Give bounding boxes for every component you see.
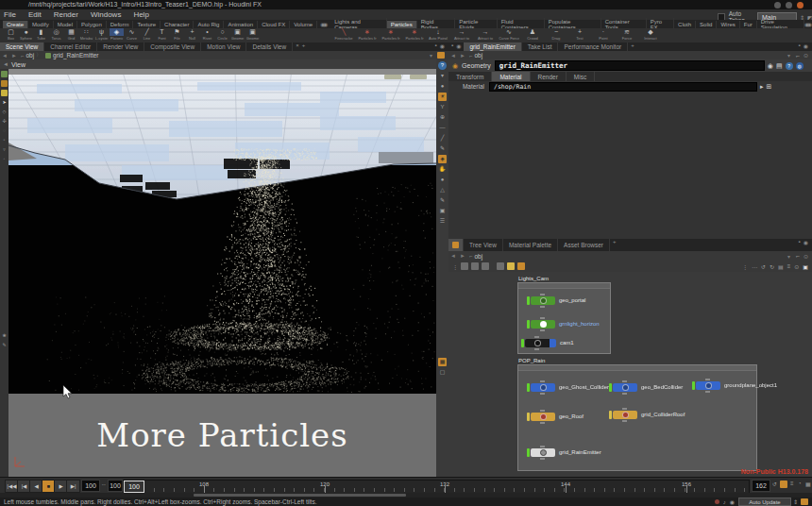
tool-particles-from[interactable]: ∗Particles fr xyxy=(380,28,402,42)
jump-back-icon[interactable]: ← xyxy=(795,53,801,59)
search-icon[interactable]: ⊙ xyxy=(804,253,808,260)
viewport-overlay-button[interactable] xyxy=(384,75,401,79)
open-floating-icon[interactable]: ⊞ xyxy=(767,83,772,91)
network-box-header[interactable] xyxy=(518,283,610,289)
tool-box[interactable]: ▢Box xyxy=(4,28,18,42)
realtime-toggle-icon[interactable] xyxy=(780,481,787,488)
tab-material-palette[interactable]: Material Palette xyxy=(503,239,558,251)
path-dropdown-icon[interactable]: ▾ xyxy=(430,52,432,59)
tool-force[interactable]: ≋Force xyxy=(616,28,638,42)
path-dropdown-icon[interactable]: ▾ xyxy=(787,52,790,59)
shelf-tab-particles[interactable]: Particles xyxy=(387,21,417,28)
display-flag[interactable] xyxy=(609,383,612,392)
menu-edit[interactable]: Edit xyxy=(28,10,42,19)
viewport-overlay-button[interactable] xyxy=(410,75,427,79)
node-filter-icon[interactable] xyxy=(482,262,489,270)
select-tool-icon[interactable] xyxy=(1,80,8,87)
tab-material[interactable]: Material xyxy=(492,72,530,81)
wireframe-icon[interactable]: Y xyxy=(438,103,447,111)
tool-geometry[interactable]: ▣Geometr xyxy=(230,28,245,42)
shelf-tab-model[interactable]: Model xyxy=(54,21,77,28)
start-frame-field[interactable]: 100 xyxy=(81,480,100,492)
cook-mode-icon[interactable]: ◉ xyxy=(730,498,735,505)
tool-grid[interactable]: ▦Grid xyxy=(64,28,78,42)
pane-menu-icon[interactable]: ◉ xyxy=(456,42,461,51)
search-icon[interactable]: ⊙ xyxy=(794,263,799,270)
grid-icon[interactable]: ▤ xyxy=(778,263,784,270)
hand-icon[interactable]: ✋ xyxy=(438,165,447,174)
snap-toggle-icon[interactable]: ◈ xyxy=(438,155,447,163)
connect-icon[interactable]: ↻ xyxy=(770,263,774,270)
tool-file[interactable]: ⚑File xyxy=(170,28,184,42)
current-frame-marker[interactable]: 100 xyxy=(124,481,144,493)
forward-arrow-icon[interactable]: ► xyxy=(460,53,465,59)
tool-lsystem[interactable]: ψL-system xyxy=(94,28,109,42)
tool-particles-from[interactable]: ∗Particles fr xyxy=(403,28,426,42)
tool-auto-patrol[interactable]: ↓Auto Patrol xyxy=(427,28,449,42)
node-geo-bedcollider[interactable]: geo_BedCollider xyxy=(609,382,683,392)
shelf-tab-create[interactable]: Create xyxy=(3,21,28,28)
help-icon[interactable]: ? xyxy=(438,61,447,70)
path-dropdown-icon[interactable]: ▾ xyxy=(787,253,790,260)
node-groundplane-object1[interactable]: groundplane_object1 xyxy=(692,380,777,390)
pen-icon[interactable]: ✎ xyxy=(438,144,447,153)
back-arrow-icon[interactable]: ◄ xyxy=(2,53,8,59)
shelf-tab-wires[interactable]: Wires xyxy=(717,21,739,28)
network-box-title[interactable]: Lights_Cam xyxy=(518,276,549,281)
shelf-tab-autorig[interactable]: Auto Rig xyxy=(194,21,224,28)
menu-file[interactable]: File xyxy=(4,10,16,19)
pane-menu-icon[interactable]: ◉ xyxy=(804,239,808,251)
tab-scene-view[interactable]: Scene View xyxy=(0,42,44,51)
handles-tool-icon[interactable]: ◇ xyxy=(1,109,8,115)
view-mode-icon[interactable]: ▾ xyxy=(438,72,447,80)
playback-options-icon[interactable]: ≡ xyxy=(790,481,794,486)
tool-platonic[interactable]: ◈Platonic So xyxy=(110,28,124,42)
display-flag[interactable] xyxy=(692,381,695,390)
node-geo-portal[interactable]: geo_portal xyxy=(527,295,585,305)
menu-help[interactable]: Help xyxy=(133,10,148,19)
tool-tube[interactable]: ▮Tube xyxy=(34,28,48,42)
slash-icon[interactable]: ╱ xyxy=(438,134,447,143)
display-flag[interactable] xyxy=(527,448,530,457)
tool-attract[interactable]: →Attract to xyxy=(474,28,497,42)
pane-maximize-icon[interactable]: ▪ xyxy=(799,239,801,251)
node-filter-icon[interactable] xyxy=(471,262,479,270)
range-link-icon[interactable]: ⇔ xyxy=(101,481,107,487)
pin-icon[interactable]: ⊙ xyxy=(804,52,808,59)
node-filter-icon[interactable] xyxy=(461,262,468,270)
display-flag[interactable] xyxy=(609,411,612,419)
tool-test[interactable]: +Test xyxy=(568,28,591,42)
shelf-tab-solid[interactable]: Solid xyxy=(696,21,717,28)
tool-torus[interactable]: ◎Torus xyxy=(49,28,63,42)
tab-composite-view[interactable]: Composite View xyxy=(144,42,201,51)
draw-icon[interactable]: ✎ xyxy=(438,196,447,205)
tab-tree-view[interactable]: Tree View xyxy=(464,239,503,251)
grid-toggle-icon[interactable]: ▣ xyxy=(438,207,447,215)
tool-circle[interactable]: ○Circle xyxy=(215,28,229,42)
menu-render[interactable]: Render xyxy=(54,10,78,19)
tab-network-view[interactable] xyxy=(448,239,464,251)
node-geo-ghost-collider[interactable]: geo_Ghost_Collider xyxy=(527,382,609,392)
pane-menu-icon[interactable]: ◉ xyxy=(804,42,808,51)
shelf-tab-texture[interactable]: Texture xyxy=(133,21,161,28)
shelf-gear-icon[interactable]: ◉ xyxy=(323,21,328,27)
flag-filter-icon[interactable] xyxy=(517,262,525,270)
node-cam1[interactable]: cam1 xyxy=(521,338,574,347)
connect-icon[interactable]: ↺ xyxy=(761,263,766,270)
auto-update-dropdown[interactable]: Auto Update xyxy=(738,498,791,506)
tab-misc[interactable]: Misc xyxy=(567,72,595,81)
tool-sphere[interactable]: ●Sphere xyxy=(19,28,33,42)
tool-firecracker[interactable]: ╲Firecracke xyxy=(332,28,355,42)
pane-maximize-icon[interactable]: ▪ xyxy=(799,42,801,51)
back-arrow-icon[interactable]: ◄ xyxy=(450,53,456,59)
material-path-field[interactable]: /shop/Rain xyxy=(489,82,757,92)
dots-icon[interactable]: ⋯ xyxy=(752,263,757,270)
snap-tool-icon[interactable]: ◌ xyxy=(1,127,8,134)
display-flag[interactable] xyxy=(527,413,530,421)
display-flag[interactable] xyxy=(521,339,524,347)
tab-transform[interactable]: Transform xyxy=(448,72,492,81)
shelf-tab-fur[interactable]: Fur xyxy=(740,21,757,28)
node-grid-rainemitter[interactable]: grid_RainEmitter xyxy=(527,447,601,457)
tab-grid-rainemitter[interactable]: grid_RainEmitter xyxy=(464,42,521,51)
tool-null[interactable]: +Null xyxy=(185,28,199,42)
